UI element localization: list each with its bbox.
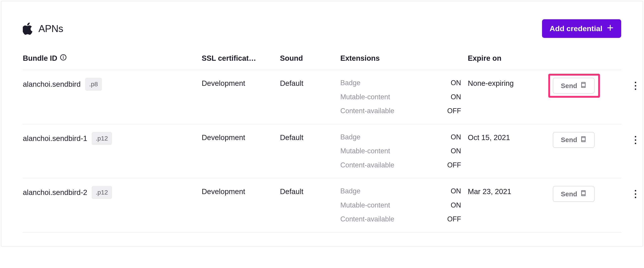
send-button[interactable]: Send: [553, 78, 594, 94]
sound-cell: Default: [280, 186, 340, 197]
more-button[interactable]: [633, 134, 638, 147]
file-ext-badge: .p12: [92, 132, 112, 145]
more-cell: [629, 186, 642, 201]
device-icon: [580, 190, 586, 198]
extension-name: Badge: [340, 132, 360, 143]
table-header-row: Bundle ID SSL certificat… Sound Extensio…: [23, 54, 621, 70]
extensions-cell: BadgeONMutable-contentONContent-availabl…: [340, 186, 468, 224]
send-button-label: Send: [561, 82, 577, 90]
expire-cell: Mar 23, 2021: [468, 186, 553, 197]
extension-value: ON: [451, 186, 461, 197]
expire-cell: None-expiring: [468, 78, 553, 89]
svg-point-16: [635, 143, 636, 144]
sound-cell: Default: [280, 132, 340, 143]
table-row: alanchoi.sendbird-1.p12DevelopmentDefaul…: [23, 124, 621, 179]
more-cell: [629, 132, 642, 147]
extension-row: Mutable-contentON: [340, 92, 468, 102]
panel-title: APNs: [38, 23, 63, 34]
info-icon[interactable]: [60, 54, 67, 63]
send-cell: Send: [553, 78, 629, 94]
extension-value: OFF: [447, 160, 461, 171]
bundle-cell: alanchoi.sendbird.p8: [23, 78, 202, 91]
bundle-cell: alanchoi.sendbird-1.p12: [23, 132, 202, 145]
title-group: APNs: [23, 23, 63, 35]
col-bundle-id: Bundle ID: [23, 54, 202, 63]
more-vertical-icon: [634, 88, 636, 91]
svg-point-20: [635, 190, 636, 191]
col-extensions: Extensions: [340, 54, 468, 63]
add-credential-label: Add credential: [550, 24, 602, 33]
extension-name: Mutable-content: [340, 200, 390, 211]
table-row: alanchoi.sendbird.p8DevelopmentDefaultBa…: [23, 70, 621, 124]
col-expire-on: Expire on: [468, 54, 553, 63]
more-button[interactable]: [633, 80, 638, 92]
col-bundle-id-label: Bundle ID: [23, 54, 57, 63]
extension-row: BadgeON: [340, 78, 468, 88]
svg-point-21: [635, 193, 636, 195]
extension-row: Mutable-contentON: [340, 146, 468, 156]
sound-cell: Default: [280, 78, 340, 89]
extension-value: ON: [451, 200, 461, 211]
svg-point-14: [635, 136, 636, 137]
extensions-cell: BadgeONMutable-contentONContent-availabl…: [340, 132, 468, 171]
send-button[interactable]: Send: [553, 186, 594, 202]
extension-value: ON: [451, 78, 461, 88]
extension-name: Content-available: [340, 214, 394, 224]
add-credential-button[interactable]: Add credential: [542, 19, 621, 38]
ssl-cert-cell: Development: [202, 132, 280, 143]
extension-name: Badge: [340, 186, 360, 197]
device-icon: [580, 82, 586, 90]
svg-point-10: [635, 88, 636, 90]
file-ext-badge: .p8: [85, 78, 102, 91]
ssl-cert-cell: Development: [202, 186, 280, 197]
send-button-label: Send: [561, 190, 577, 198]
extension-name: Mutable-content: [340, 146, 390, 156]
device-icon: [580, 136, 586, 144]
extension-value: ON: [451, 132, 461, 143]
extension-value: ON: [451, 146, 461, 156]
bundle-id: alanchoi.sendbird-1: [23, 133, 87, 144]
file-ext-badge: .p12: [92, 186, 112, 199]
svg-point-8: [635, 82, 636, 83]
send-highlight: Send: [548, 74, 600, 98]
send-button-label: Send: [561, 136, 577, 144]
send-cell: Send: [553, 186, 629, 202]
send-cell: Send: [553, 132, 629, 148]
extension-value: OFF: [447, 106, 461, 116]
apple-icon: [23, 23, 33, 35]
apns-panel: APNs Add credential Bundle ID SSL certif…: [1, 1, 643, 246]
svg-point-9: [635, 85, 636, 86]
credentials-table: Bundle ID SSL certificat… Sound Extensio…: [23, 54, 621, 233]
extension-name: Content-available: [340, 160, 394, 171]
more-vertical-icon: [634, 142, 636, 145]
bundle-id: alanchoi.sendbird-2: [23, 187, 87, 198]
extension-row: Content-availableOFF: [340, 160, 468, 171]
extension-row: Mutable-contentON: [340, 200, 468, 211]
svg-point-15: [635, 139, 636, 141]
ssl-cert-cell: Development: [202, 78, 280, 89]
extension-name: Content-available: [340, 106, 394, 116]
svg-point-4: [63, 56, 63, 56]
more-vertical-icon: [634, 196, 636, 199]
svg-point-22: [635, 197, 636, 198]
panel-header: APNs Add credential: [23, 19, 621, 38]
extension-row: Content-availableOFF: [340, 214, 468, 224]
extension-value: ON: [451, 92, 461, 102]
extension-value: OFF: [447, 214, 461, 224]
col-sound: Sound: [280, 54, 340, 63]
more-button[interactable]: [633, 188, 638, 201]
bundle-id: alanchoi.sendbird: [23, 79, 81, 90]
extension-row: Content-availableOFF: [340, 106, 468, 116]
extension-row: BadgeON: [340, 186, 468, 197]
plus-icon: [607, 24, 614, 33]
extension-name: Mutable-content: [340, 92, 390, 102]
extensions-cell: BadgeONMutable-contentONContent-availabl…: [340, 78, 468, 116]
extension-row: BadgeON: [340, 132, 468, 143]
more-cell: [629, 78, 642, 92]
expire-cell: Oct 15, 2021: [468, 132, 553, 143]
col-ssl-cert: SSL certificat…: [202, 54, 280, 63]
bundle-cell: alanchoi.sendbird-2.p12: [23, 186, 202, 199]
extension-name: Badge: [340, 78, 360, 88]
table-row: alanchoi.sendbird-2.p12DevelopmentDefaul…: [23, 178, 621, 233]
send-button[interactable]: Send: [553, 132, 594, 148]
